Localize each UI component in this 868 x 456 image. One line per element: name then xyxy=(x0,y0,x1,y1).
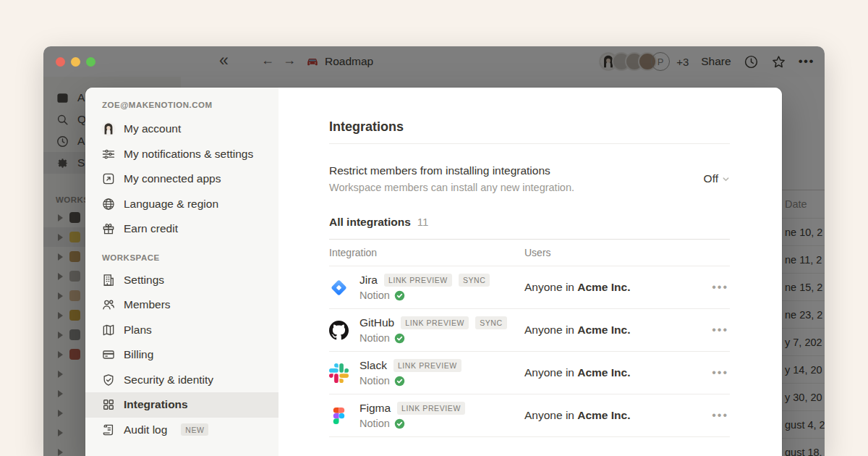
panel-title: Integrations xyxy=(329,119,730,135)
integration-name[interactable]: Jira xyxy=(359,274,378,287)
arrow-up-right-box-icon xyxy=(101,172,116,186)
nav-item-label: Billing xyxy=(124,348,153,361)
nav-item-plans[interactable]: Plans xyxy=(85,318,278,343)
row-menu-icon[interactable]: ••• xyxy=(712,324,730,337)
nav-item-label: Earn credit xyxy=(124,222,178,235)
capability-badge: SYNC xyxy=(475,316,507,329)
workspace-section-label: WORKSPACE xyxy=(85,253,278,268)
publisher-name: Notion xyxy=(359,332,390,344)
integration-name[interactable]: Figma xyxy=(359,402,391,415)
minimize-window-button[interactable] xyxy=(71,57,80,67)
all-integrations-count: 11 xyxy=(417,216,429,228)
table-header-row: Integration Users xyxy=(329,239,730,266)
table-row-figma: Figma LINK PREVIEW Notion Anyone in Acme… xyxy=(329,394,730,437)
capability-badge: LINK PREVIEW xyxy=(393,359,461,372)
table-row-slack: Slack LINK PREVIEW Notion Anyone in Acme… xyxy=(329,352,730,394)
row-menu-icon[interactable]: ••• xyxy=(712,366,730,379)
capability-badge: LINK PREVIEW xyxy=(397,402,465,415)
restrict-setting-subtitle: Workspace members can install any new in… xyxy=(329,182,574,193)
nav-item-label: Settings xyxy=(124,274,164,287)
verified-badge-icon xyxy=(394,290,405,301)
nav-item-settings[interactable]: Settings xyxy=(85,268,278,293)
users-cell: Anyone in Acme Inc. xyxy=(524,324,712,337)
nav-item-label: My notifications & settings xyxy=(124,148,253,161)
restrict-setting-row: Restrict members from installing integra… xyxy=(329,164,730,193)
nav-item-my-account[interactable]: My account xyxy=(85,117,278,142)
grid-icon xyxy=(101,397,116,412)
nav-item-integrations[interactable]: Integrations xyxy=(85,392,278,418)
sliders-icon xyxy=(101,147,116,161)
nav-item-billing[interactable]: Billing xyxy=(85,342,278,368)
capability-badge: LINK PREVIEW xyxy=(384,274,452,287)
account-email-label: ZOE@MAKENOTION.COM xyxy=(85,95,278,117)
nav-item-label: Plans xyxy=(124,324,152,337)
user-avatar-icon xyxy=(101,122,116,136)
restrict-setting-title: Restrict members from installing integra… xyxy=(329,164,574,177)
shield-check-icon xyxy=(101,373,116,387)
verified-badge-icon xyxy=(394,333,405,344)
verified-badge-icon xyxy=(394,418,405,429)
nav-item-members[interactable]: Members xyxy=(85,292,278,318)
integration-name[interactable]: GitHub xyxy=(359,316,394,329)
integration-name[interactable]: Slack xyxy=(359,359,387,372)
nav-item-language-region[interactable]: Language & region xyxy=(85,192,278,217)
nav-item-label: Security & identity xyxy=(124,373,213,387)
nav-item-label: Integrations xyxy=(124,398,188,411)
table-row-jira: Jira LINK PREVIEW SYNC Notion Anyone in … xyxy=(329,266,730,309)
users-cell: Anyone in Acme Inc. xyxy=(524,366,712,379)
divider xyxy=(329,143,730,144)
verified-badge-icon xyxy=(394,376,405,387)
chevron-down-icon xyxy=(722,175,730,183)
nav-item-label: Language & region xyxy=(124,198,218,211)
capability-badge: SYNC xyxy=(459,274,490,287)
notion-app-window: « ← → Roadmap P +3 Share xyxy=(43,46,825,456)
row-menu-icon[interactable]: ••• xyxy=(712,409,730,422)
users-cell: Anyone in Acme Inc. xyxy=(524,409,712,422)
nav-item-label: My connected apps xyxy=(124,172,221,185)
settings-modal: ZOE@MAKENOTION.COM My account My notific… xyxy=(85,88,782,456)
building-icon xyxy=(101,273,116,287)
publisher-name: Notion xyxy=(359,290,390,301)
figma-logo-icon xyxy=(329,406,349,426)
gift-icon xyxy=(101,221,116,236)
dropdown-value: Off xyxy=(704,172,718,185)
close-window-button[interactable] xyxy=(56,57,65,67)
nav-item-label: Audit log xyxy=(124,423,167,436)
nav-item-notifications[interactable]: My notifications & settings xyxy=(85,142,278,167)
nav-item-earn-credit[interactable]: Earn credit xyxy=(85,216,278,242)
settings-nav: ZOE@MAKENOTION.COM My account My notific… xyxy=(85,88,278,456)
credit-card-icon xyxy=(101,347,116,362)
integrations-panel: Integrations Restrict members from insta… xyxy=(278,88,782,456)
nav-item-security[interactable]: Security & identity xyxy=(85,368,278,393)
column-header-integration: Integration xyxy=(329,247,524,258)
integrations-table: Integration Users Jira LINK PREVIEW xyxy=(329,239,730,437)
table-row-github: GitHub LINK PREVIEW SYNC Notion Anyone i… xyxy=(329,309,730,352)
users-cell: Anyone in Acme Inc. xyxy=(524,281,712,294)
nav-item-audit-log[interactable]: Audit log NEW xyxy=(85,418,278,443)
scroll-icon xyxy=(101,423,116,437)
publisher-name: Notion xyxy=(359,418,390,429)
new-badge: NEW xyxy=(181,423,208,436)
map-icon xyxy=(101,323,116,337)
zoom-window-button[interactable] xyxy=(86,57,95,67)
restrict-setting-dropdown[interactable]: Off xyxy=(704,172,730,185)
window-controls xyxy=(56,57,95,67)
nav-item-label: Members xyxy=(124,298,171,311)
nav-item-connected-apps[interactable]: My connected apps xyxy=(85,166,278,192)
row-menu-icon[interactable]: ••• xyxy=(712,281,730,294)
members-icon xyxy=(101,297,116,312)
github-logo-icon xyxy=(329,321,349,340)
globe-icon xyxy=(101,197,116,211)
capability-badge: LINK PREVIEW xyxy=(401,316,469,329)
all-integrations-header: All integrations 11 xyxy=(329,216,730,229)
all-integrations-label: All integrations xyxy=(329,216,411,229)
column-header-users: Users xyxy=(524,247,730,258)
slack-logo-icon xyxy=(329,363,349,383)
nav-item-label: My account xyxy=(124,122,181,135)
jira-logo-icon xyxy=(329,278,349,297)
publisher-name: Notion xyxy=(359,375,390,387)
